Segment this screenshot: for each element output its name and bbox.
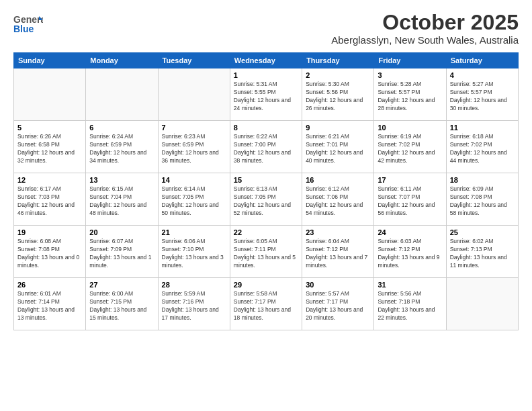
day-info: Sunrise: 6:22 AM Sunset: 7:00 PM Dayligh… [234,133,298,165]
calendar-cell: 1Sunrise: 5:31 AM Sunset: 5:55 PM Daylig… [230,68,302,121]
calendar-cell: 19Sunrise: 6:08 AM Sunset: 7:08 PM Dayli… [14,226,86,278]
day-number: 31 [378,281,442,289]
calendar-cell: 6Sunrise: 6:24 AM Sunset: 6:59 PM Daylig… [86,121,158,173]
header-tuesday: Tuesday [158,53,230,68]
day-info: Sunrise: 5:30 AM Sunset: 5:56 PM Dayligh… [306,81,370,113]
day-info: Sunrise: 6:15 AM Sunset: 7:04 PM Dayligh… [89,185,154,218]
day-info: Sunrise: 6:11 AM Sunset: 7:07 PM Dayligh… [378,185,442,218]
day-info: Sunrise: 6:09 AM Sunset: 7:08 PM Dayligh… [450,185,515,218]
day-number: 5 [17,124,82,132]
calendar-cell [86,68,158,121]
day-number: 16 [306,176,370,184]
calendar-cell: 20Sunrise: 6:07 AM Sunset: 7:09 PM Dayli… [86,226,158,278]
day-info: Sunrise: 6:19 AM Sunset: 7:02 PM Dayligh… [378,133,442,165]
calendar-cell: 18Sunrise: 6:09 AM Sunset: 7:08 PM Dayli… [446,173,518,226]
day-number: 1 [234,71,298,79]
calendar-cell: 5Sunrise: 6:26 AM Sunset: 6:58 PM Daylig… [14,121,86,173]
calendar-cell: 30Sunrise: 5:57 AM Sunset: 7:17 PM Dayli… [302,278,374,330]
day-number: 28 [162,281,226,289]
day-number: 13 [89,176,154,184]
day-info: Sunrise: 6:02 AM Sunset: 7:13 PM Dayligh… [450,238,515,270]
day-info: Sunrise: 6:13 AM Sunset: 7:05 PM Dayligh… [234,185,298,218]
day-info: Sunrise: 6:07 AM Sunset: 7:09 PM Dayligh… [89,238,154,270]
calendar-cell [158,68,230,121]
calendar-week-row: 19Sunrise: 6:08 AM Sunset: 7:08 PM Dayli… [14,226,519,278]
day-number: 9 [306,124,370,132]
logo: General Blue [13,11,43,35]
day-info: Sunrise: 5:31 AM Sunset: 5:55 PM Dayligh… [234,81,298,113]
calendar-cell: 16Sunrise: 6:12 AM Sunset: 7:06 PM Dayli… [302,173,374,226]
calendar-cell: 25Sunrise: 6:02 AM Sunset: 7:13 PM Dayli… [446,226,518,278]
calendar-cell: 15Sunrise: 6:13 AM Sunset: 7:05 PM Dayli… [230,173,302,226]
header-sunday: Sunday [14,53,86,68]
calendar-cell: 7Sunrise: 6:23 AM Sunset: 6:59 PM Daylig… [158,121,230,173]
weekday-header-row: Sunday Monday Tuesday Wednesday Thursday… [14,53,519,68]
calendar-cell: 12Sunrise: 6:17 AM Sunset: 7:03 PM Dayli… [14,173,86,226]
svg-text:Blue: Blue [13,24,34,34]
header-monday: Monday [86,53,158,68]
day-number: 29 [234,281,298,289]
page: General Blue October 2025 Aberglasslyn, … [0,0,532,411]
header-thursday: Thursday [302,53,374,68]
day-info: Sunrise: 6:06 AM Sunset: 7:10 PM Dayligh… [162,238,226,270]
day-info: Sunrise: 6:00 AM Sunset: 7:15 PM Dayligh… [89,290,154,322]
day-info: Sunrise: 6:17 AM Sunset: 7:03 PM Dayligh… [17,185,82,218]
day-number: 6 [89,124,154,132]
day-number: 4 [450,71,515,79]
month-title: October 2025 [331,11,519,34]
day-number: 17 [378,176,442,184]
day-number: 20 [89,228,154,236]
calendar-cell: 17Sunrise: 6:11 AM Sunset: 7:07 PM Dayli… [374,173,446,226]
day-info: Sunrise: 5:58 AM Sunset: 7:17 PM Dayligh… [234,290,298,322]
calendar-cell: 4Sunrise: 5:27 AM Sunset: 5:57 PM Daylig… [446,68,518,121]
day-info: Sunrise: 6:14 AM Sunset: 7:05 PM Dayligh… [162,185,226,218]
header-friday: Friday [374,53,446,68]
calendar-cell: 23Sunrise: 6:04 AM Sunset: 7:12 PM Dayli… [302,226,374,278]
day-info: Sunrise: 6:23 AM Sunset: 6:59 PM Dayligh… [162,133,226,165]
calendar-cell: 31Sunrise: 5:56 AM Sunset: 7:18 PM Dayli… [374,278,446,330]
day-number: 24 [378,228,442,236]
day-info: Sunrise: 5:57 AM Sunset: 7:17 PM Dayligh… [306,290,370,322]
calendar-week-row: 26Sunrise: 6:01 AM Sunset: 7:14 PM Dayli… [14,278,519,330]
day-number: 25 [450,228,515,236]
day-info: Sunrise: 6:18 AM Sunset: 7:02 PM Dayligh… [450,133,515,165]
calendar-week-row: 1Sunrise: 5:31 AM Sunset: 5:55 PM Daylig… [14,68,519,121]
day-number: 10 [378,124,442,132]
calendar-cell: 2Sunrise: 5:30 AM Sunset: 5:56 PM Daylig… [302,68,374,121]
calendar-table: Sunday Monday Tuesday Wednesday Thursday… [13,52,519,330]
calendar-cell: 26Sunrise: 6:01 AM Sunset: 7:14 PM Dayli… [14,278,86,330]
day-number: 8 [234,124,298,132]
calendar-cell: 21Sunrise: 6:06 AM Sunset: 7:10 PM Dayli… [158,226,230,278]
calendar-cell: 9Sunrise: 6:21 AM Sunset: 7:01 PM Daylig… [302,121,374,173]
day-number: 14 [162,176,226,184]
calendar-cell [446,278,518,330]
day-info: Sunrise: 5:59 AM Sunset: 7:16 PM Dayligh… [162,290,226,322]
day-info: Sunrise: 6:24 AM Sunset: 6:59 PM Dayligh… [89,133,154,165]
day-number: 26 [17,281,82,289]
day-number: 7 [162,124,226,132]
calendar-cell: 11Sunrise: 6:18 AM Sunset: 7:02 PM Dayli… [446,121,518,173]
calendar-week-row: 12Sunrise: 6:17 AM Sunset: 7:03 PM Dayli… [14,173,519,226]
day-info: Sunrise: 6:01 AM Sunset: 7:14 PM Dayligh… [17,290,82,322]
day-info: Sunrise: 5:27 AM Sunset: 5:57 PM Dayligh… [450,81,515,113]
header-wednesday: Wednesday [230,53,302,68]
calendar-cell: 28Sunrise: 5:59 AM Sunset: 7:16 PM Dayli… [158,278,230,330]
day-number: 23 [306,228,370,236]
day-info: Sunrise: 6:03 AM Sunset: 7:12 PM Dayligh… [378,238,442,270]
calendar-week-row: 5Sunrise: 6:26 AM Sunset: 6:58 PM Daylig… [14,121,519,173]
day-number: 15 [234,176,298,184]
day-number: 19 [17,228,82,236]
header-saturday: Saturday [446,53,518,68]
title-area: October 2025 Aberglasslyn, New South Wal… [331,11,519,46]
calendar-cell: 22Sunrise: 6:05 AM Sunset: 7:11 PM Dayli… [230,226,302,278]
calendar-cell: 29Sunrise: 5:58 AM Sunset: 7:17 PM Dayli… [230,278,302,330]
logo-graphic: General Blue [13,11,43,35]
day-info: Sunrise: 5:56 AM Sunset: 7:18 PM Dayligh… [378,290,442,322]
day-info: Sunrise: 5:28 AM Sunset: 5:57 PM Dayligh… [378,81,442,113]
day-number: 27 [89,281,154,289]
day-number: 12 [17,176,82,184]
calendar-cell: 27Sunrise: 6:00 AM Sunset: 7:15 PM Dayli… [86,278,158,330]
calendar-cell: 10Sunrise: 6:19 AM Sunset: 7:02 PM Dayli… [374,121,446,173]
calendar-cell: 8Sunrise: 6:22 AM Sunset: 7:00 PM Daylig… [230,121,302,173]
calendar-cell: 14Sunrise: 6:14 AM Sunset: 7:05 PM Dayli… [158,173,230,226]
